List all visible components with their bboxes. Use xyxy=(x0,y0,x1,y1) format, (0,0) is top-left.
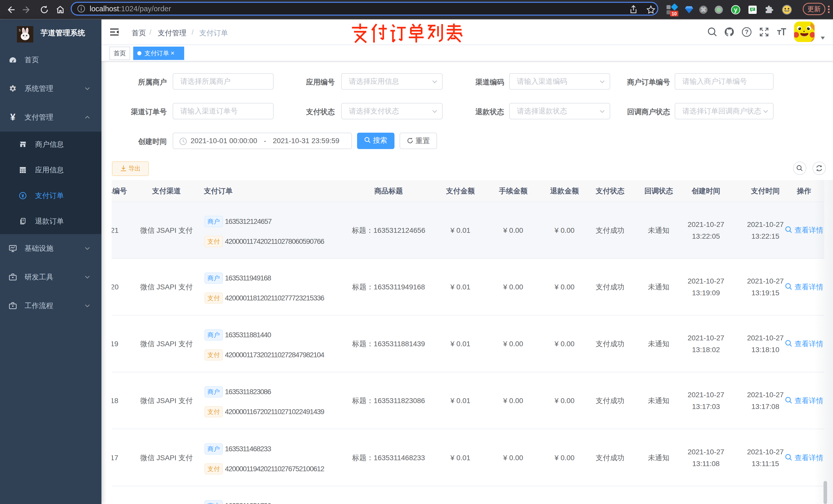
svg-text:¥: ¥ xyxy=(22,193,24,198)
